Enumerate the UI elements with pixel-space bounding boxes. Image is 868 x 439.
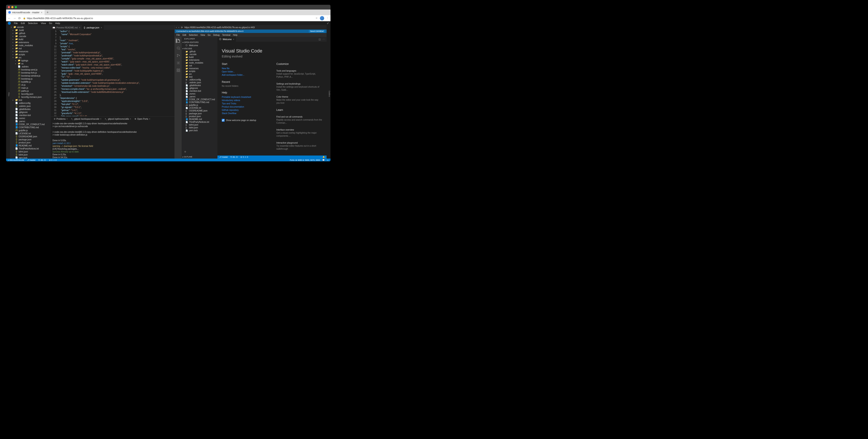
editor-tab[interactable]: 📖Preview README.md× — [51, 25, 82, 30]
notifications-icon[interactable]: 🔔 — [322, 156, 325, 158]
sidebar-item[interactable]: {}tsfmt.json — [182, 123, 217, 126]
sidebar-item[interactable]: {}OSSREADME.json — [182, 109, 217, 112]
tree-file[interactable]: JSbootstrap-amd.js — [10, 68, 51, 71]
sidebar-item[interactable]: {}product.json — [182, 115, 217, 118]
menu-view[interactable]: View — [41, 22, 46, 25]
tree-folder[interactable]: ▸📁vs — [10, 62, 51, 65]
tree-file[interactable]: {}tsconfig.monaco.json — [10, 95, 51, 98]
tree-folder[interactable]: ▸📁.build — [10, 29, 51, 32]
url-field[interactable]: 🔒 https://beef4d0d-2f66-4210-aa85-fef954… — [23, 17, 313, 20]
activity-search-icon[interactable] — [176, 46, 180, 50]
layout-icon[interactable]: ▭ — [327, 159, 329, 161]
panel-tab[interactable]: >_gitpod /opt/novnc/utils× — [103, 118, 132, 120]
tree-file[interactable]: {}.eslintrc.json — [10, 104, 51, 107]
help-link[interactable]: Product documentation — [222, 105, 268, 108]
minimize-window[interactable] — [11, 6, 13, 8]
tree-file[interactable]: JSmain.js — [10, 86, 51, 89]
customize-item[interactable]: Tools and languages — [276, 69, 322, 72]
menu-selection[interactable]: Selection — [28, 22, 38, 25]
close-panel-icon[interactable]: × — [66, 118, 68, 120]
branch-indicator[interactable]: ⎇ master — [27, 159, 36, 161]
sidebar-item[interactable]: 📄yarn.lock — [182, 129, 217, 132]
tree-file[interactable]: JSbootstrap-window.js — [10, 74, 51, 77]
sidebar-item[interactable]: 📁extensions — [182, 59, 217, 61]
open-editors-section[interactable]: OPEN EDITORS — [182, 41, 217, 44]
tree-file[interactable]: 📄LICENSE.txt — [10, 132, 51, 135]
sidebar-item[interactable]: 📁build — [182, 56, 217, 59]
branch-indicator[interactable]: ⎇ master — [219, 156, 228, 158]
tree-folder[interactable]: ▸📁.vscode — [10, 35, 51, 38]
tree-file[interactable]: 📄.gitattributes — [10, 107, 51, 111]
tree-file[interactable]: JScli.js — [10, 83, 51, 86]
learn-item[interactable]: Interface overview — [276, 128, 322, 131]
tree-file[interactable]: {}product.json — [10, 141, 51, 144]
activity-explorer-icon[interactable] — [176, 39, 180, 43]
tree-file[interactable]: 📄ThirdPartyNotices.txt — [10, 147, 51, 150]
browser-tab[interactable]: microsoft/vscode - master × — [6, 9, 45, 15]
tree-folder[interactable]: ▸📁scripts — [10, 53, 51, 56]
rail-files[interactable]: Files — [8, 92, 10, 96]
split-editor-icon[interactable]: ◫ — [318, 38, 321, 41]
add-workspace-link[interactable]: Add workspace folder... — [222, 73, 268, 76]
customize-item[interactable]: Settings and keybindings — [276, 83, 322, 86]
back-button[interactable]: ← — [8, 17, 11, 20]
inner-menu-go[interactable]: Go — [208, 34, 211, 36]
close-panel-icon[interactable]: × — [130, 118, 131, 120]
menu-file[interactable]: File — [14, 22, 18, 25]
reload-button[interactable]: ⟳ — [18, 17, 21, 20]
sidebar-item[interactable]: 📄LICENSE.txt — [182, 106, 217, 109]
help-link[interactable]: Stack Overflow — [222, 112, 268, 115]
checkbox-input[interactable] — [222, 119, 225, 122]
activity-extensions-icon[interactable] — [176, 68, 180, 72]
tree-file[interactable]: 📄.eslintrc — [10, 65, 51, 68]
tree-folder[interactable]: ▸📁node_modules — [10, 44, 51, 47]
help-link[interactable]: Introductory videos — [222, 99, 268, 102]
tree-file[interactable]: 📄.gitignore — [10, 111, 51, 114]
inner-menu-selection[interactable]: Selection — [189, 34, 198, 36]
tree-folder[interactable]: ▸📁out — [10, 47, 51, 50]
sidebar-item[interactable]: 📁out — [182, 64, 217, 67]
open-editor-item[interactable]: ⓘWelcome — [182, 44, 217, 47]
learn-item[interactable]: Interactive playground — [276, 142, 322, 145]
tree-file[interactable]: 📘CONTRIBUTING.md — [10, 126, 51, 129]
editor-tab[interactable]: {}package.json× — [82, 25, 104, 30]
tree-file[interactable]: 📄.nvmrc — [10, 117, 51, 120]
inner-menu-help[interactable]: Help — [233, 34, 238, 36]
sidebar-item[interactable]: 📁.vscode — [182, 53, 217, 56]
help-link[interactable]: Printable keyboard cheatsheet — [222, 95, 268, 99]
collapse-icon[interactable]: ⤢ — [327, 22, 329, 25]
feedback-icon[interactable]: 💬 — [322, 159, 324, 161]
close-tab-icon[interactable]: × — [233, 38, 235, 40]
tree-file[interactable]: {}tsconfig.json — [10, 92, 51, 95]
inner-menu-view[interactable]: View — [200, 34, 205, 36]
sync-indicator[interactable]: ⟲ 49↓ 0↑ — [230, 156, 239, 158]
welcome-tab[interactable]: ⓘ Welcome × — [217, 37, 236, 42]
close-tab-icon[interactable]: × — [79, 26, 80, 29]
inner-menu-debug[interactable]: Debug — [213, 34, 219, 36]
sidebar-item[interactable]: 📘README.md — [182, 118, 217, 121]
maximize-window[interactable] — [15, 6, 17, 8]
code-editor[interactable]: 5 "author": {6 "name": "Microsoft Corpor… — [51, 30, 175, 116]
inner-menu-file[interactable]: File — [177, 34, 180, 36]
sync-indicator[interactable]: ⟲ 49↓ 0↑ — [38, 159, 46, 161]
sidebar-item[interactable]: 📄ThirdPartyNotices.txt — [182, 121, 217, 123]
tree-folder-src[interactable]: ▾📁src — [10, 56, 51, 59]
sidebar-item[interactable]: 📁test — [182, 75, 217, 78]
close-window[interactable] — [8, 6, 10, 8]
activity-scm-icon[interactable] — [176, 53, 180, 58]
learn-item[interactable]: Find and run all commands — [276, 115, 322, 119]
menu-go[interactable]: Go — [49, 22, 52, 25]
sidebar-item[interactable]: 📘CODE_OF_CONDUCT.md — [182, 98, 217, 101]
inner-menu-terminal[interactable]: Terminal — [222, 34, 230, 36]
browser-menu-icon[interactable]: ⋮ — [327, 17, 329, 20]
open-folder-link[interactable]: Open folder... — [222, 70, 268, 73]
tree-root[interactable]: ▾📁vscode — [10, 26, 51, 29]
sidebar-item[interactable]: 📄.gitignore — [182, 87, 217, 90]
sidebar-item[interactable]: 📄.gitattributes — [182, 84, 217, 87]
preview-back-icon[interactable]: ‹ — [176, 26, 177, 29]
sidebar-item[interactable]: {}package.json — [182, 112, 217, 115]
help-link[interactable]: Tips and Tricks — [222, 102, 268, 105]
tree-file[interactable]: JSgulpfile.js — [10, 129, 51, 132]
repo-indicator[interactable]: ⎋ Microsoft/vscode — [8, 159, 24, 161]
tree-file[interactable]: JSbootstrap-fork.js — [10, 71, 51, 74]
